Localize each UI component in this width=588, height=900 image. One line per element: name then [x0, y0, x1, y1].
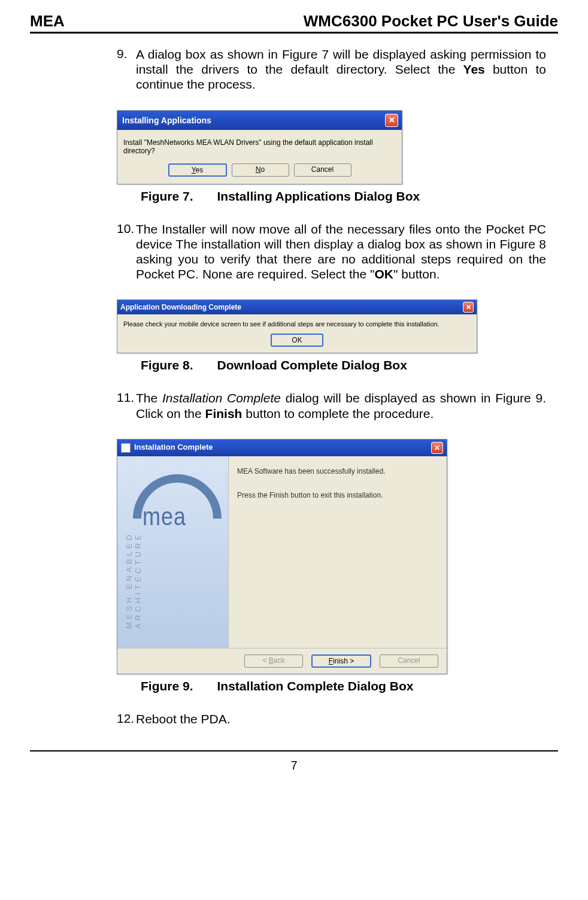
- italic-text: Installation Complete: [162, 391, 281, 405]
- wizard-content: MEA Software has been successfully insta…: [229, 456, 447, 648]
- step-text: A dialog box as shown in Figure 7 will b…: [136, 47, 546, 92]
- bold-text: Finish: [205, 407, 243, 420]
- title-wrap: Installation Complete: [121, 443, 213, 453]
- text: dialog will be displayed as shown in: [281, 391, 495, 405]
- finish-button[interactable]: Finish >: [311, 654, 371, 668]
- wizard-buttons: < Back Finish > Cancel: [117, 648, 447, 674]
- dialog-titlebar: Installing Applications ✕: [117, 111, 402, 130]
- installation-complete-dialog: Installation Complete ✕ mea MESH ENABLED…: [117, 439, 447, 674]
- dialog-body: mea MESH ENABLED ARCHITECTURE MEA Softwa…: [117, 456, 447, 648]
- dialog-body: Please check your mobile device screen t…: [117, 314, 477, 353]
- mea-logo: mea MESH ENABLED ARCHITECTURE: [125, 468, 220, 636]
- btn-text: es: [196, 166, 204, 174]
- underline: Y: [192, 166, 196, 174]
- dialog-message: Install "MeshNetworks MEA WLAN Drivers" …: [123, 138, 396, 155]
- app-icon: [121, 443, 131, 453]
- dialog-title: Installing Applications: [122, 116, 211, 125]
- header-rule: [30, 32, 558, 34]
- step-text: The Installer will now move all of the n…: [136, 222, 546, 282]
- page-number: 7: [30, 759, 558, 772]
- cancel-button[interactable]: Cancel: [294, 163, 351, 177]
- caption-label: Figure 8.: [141, 358, 193, 372]
- install-success-text: MEA Software has been successfully insta…: [237, 467, 438, 475]
- caption-text: Installing Applications Dialog Box: [217, 189, 420, 203]
- wizard-sidebar: mea MESH ENABLED ARCHITECTURE: [117, 456, 229, 648]
- figure-9-caption: Figure 9.Installation Complete Dialog Bo…: [141, 679, 546, 693]
- bold-text: Yes: [463, 62, 485, 76]
- close-icon[interactable]: ✕: [385, 114, 398, 127]
- dialog-titlebar: Application Downloading Complete ✕: [117, 300, 477, 314]
- dialog-body: Install "MeshNetworks MEA WLAN Drivers" …: [117, 130, 402, 184]
- step-text: The Installation Complete dialog will be…: [136, 390, 546, 420]
- text: The Installer will now move all of the n…: [136, 222, 546, 251]
- text: button to complete the procedure.: [242, 407, 434, 420]
- header-left: MEA: [30, 12, 65, 31]
- text: A dialog box as shown in: [136, 47, 282, 61]
- step-10: 10. The Installer will now move all of t…: [117, 222, 546, 282]
- btn-text: inish >: [333, 657, 354, 665]
- dialog-title: Installation Complete: [134, 443, 213, 451]
- step-11: 11. The Installation Complete dialog wil…: [117, 390, 546, 420]
- close-icon[interactable]: ✕: [463, 302, 474, 313]
- close-icon[interactable]: ✕: [431, 442, 443, 454]
- ok-button[interactable]: OK: [271, 334, 323, 347]
- step-9: 9. A dialog box as shown in Figure 7 wil…: [117, 47, 546, 92]
- btn-text: o: [260, 165, 265, 174]
- page-header: MEA WMC6300 Pocket PC User's Guide: [30, 12, 558, 32]
- caption-label: Figure 7.: [141, 189, 193, 203]
- caption-text: Installation Complete Dialog Box: [217, 679, 414, 693]
- logo-sidetext: MESH ENABLED ARCHITECTURE: [125, 468, 143, 629]
- step-number: 10.: [117, 222, 136, 282]
- figure-ref: Figure 8: [500, 237, 547, 251]
- logo-text: mea: [143, 501, 186, 531]
- figure-ref: Figure 9: [495, 391, 542, 405]
- figure-7-caption: Figure 7.Installing Applications Dialog …: [141, 189, 546, 204]
- installing-applications-dialog: Installing Applications ✕ Install "MeshN…: [117, 110, 402, 184]
- step-number: 9.: [117, 47, 136, 92]
- btn-text: <: [262, 656, 268, 665]
- dialog-titlebar: Installation Complete ✕: [117, 440, 447, 456]
- figure-8-caption: Figure 8.Download Complete Dialog Box: [141, 358, 546, 372]
- step-number: 11.: [117, 390, 136, 420]
- caption-label: Figure 9.: [141, 679, 193, 693]
- footer-rule: [30, 750, 558, 751]
- btn-text: ack: [274, 656, 285, 665]
- download-complete-dialog: Application Downloading Complete ✕ Pleas…: [117, 299, 477, 353]
- underline: B: [269, 656, 274, 665]
- yes-button[interactable]: Yes: [168, 163, 227, 177]
- dialog-title: Application Downloading Complete: [120, 303, 241, 311]
- step-number: 12.: [117, 711, 136, 726]
- figure-ref: Figure 7: [282, 47, 329, 61]
- text: asking you to verify that there are no a…: [136, 252, 546, 281]
- text: The: [136, 391, 162, 405]
- step-text: Reboot the PDA.: [136, 711, 231, 726]
- cancel-button: Cancel: [380, 654, 438, 668]
- bold-text: OK: [375, 267, 394, 281]
- header-right: WMC6300 Pocket PC User's Guide: [304, 12, 558, 31]
- install-instruction-text: Press the Finish button to exit this ins…: [237, 491, 438, 499]
- text: " button.: [393, 267, 440, 281]
- dialog-message: Please check your mobile device screen t…: [123, 320, 471, 328]
- no-button[interactable]: No: [232, 163, 289, 177]
- back-button: < Back: [244, 654, 303, 668]
- caption-text: Download Complete Dialog Box: [217, 358, 407, 372]
- step-12: 12. Reboot the PDA.: [117, 711, 546, 726]
